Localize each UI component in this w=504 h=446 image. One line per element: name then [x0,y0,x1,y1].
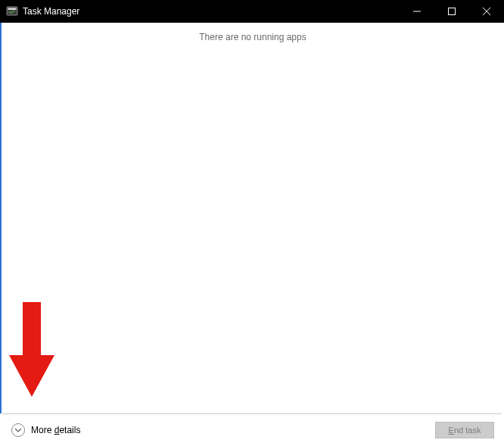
chevron-down-icon [11,423,25,437]
titlebar[interactable]: Task Manager [0,0,504,23]
close-button[interactable] [469,0,504,23]
svg-rect-1 [8,8,17,11]
maximize-button[interactable] [434,0,469,23]
minimize-button[interactable] [400,0,434,23]
window-title: Task Manager [23,6,79,17]
footer: More details End task [2,414,502,446]
svg-rect-3 [449,8,456,15]
process-list-area: There are no running apps [0,23,504,413]
window-controls [400,0,504,23]
task-manager-icon [6,5,18,17]
more-details-label: More details [31,425,80,435]
more-details-toggle[interactable]: More details [11,423,80,437]
empty-state-message: There are no running apps [2,32,504,42]
end-task-button[interactable]: End task [435,422,494,438]
